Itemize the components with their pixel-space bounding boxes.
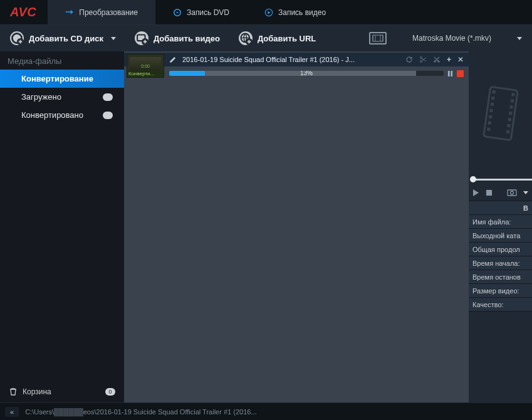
sidebar-item-label: Конвертирование: [21, 74, 93, 83]
sidebar-item-label: Загружено: [21, 92, 61, 102]
close-icon[interactable]: ✕: [457, 55, 464, 64]
crossed-scissors-icon[interactable]: [433, 56, 441, 63]
svg-rect-9: [373, 35, 383, 41]
button-label: Добавить CD диск: [29, 34, 103, 43]
count-badge: [103, 112, 113, 119]
svg-rect-29: [507, 124, 511, 128]
info-row-filename: Имя файла:: [469, 215, 532, 229]
play-button[interactable]: [472, 189, 479, 197]
tab-convert[interactable]: Преобразование: [48, 0, 155, 24]
button-label: Добавить URL: [258, 34, 316, 43]
plus-icon[interactable]: +: [447, 55, 451, 64]
disc-icon: [173, 8, 182, 17]
right-panel: В Имя файла: Выходной ката Общая продол …: [469, 51, 532, 402]
count-badge: [103, 93, 113, 101]
filmstrip-icon: [482, 85, 519, 142]
file-row[interactable]: 0:00 Конверти... 2016-01-19 Suicide Squa…: [124, 53, 469, 80]
output-format-selector[interactable]: Matroska Movie (*.mkv): [369, 32, 526, 45]
collapse-button[interactable]: «: [5, 407, 19, 417]
tab-record-video[interactable]: Запись видео: [247, 0, 343, 24]
file-thumbnail: 0:00 Конверти...: [127, 54, 164, 78]
svg-rect-31: [486, 189, 492, 195]
sidebar-item-label: Конвертировано: [21, 110, 83, 120]
svg-rect-27: [508, 112, 512, 115]
info-row-stop: Время останов: [469, 270, 532, 284]
trash-icon: [9, 387, 18, 396]
svg-rect-25: [510, 99, 514, 103]
play-circle-icon: [264, 8, 273, 17]
svg-rect-14: [448, 71, 450, 76]
preview-controls: [469, 184, 532, 201]
add-cd-button[interactable]: Добавить CD диск: [6, 29, 120, 48]
file-list-area: 0:00 Конверти... 2016-01-19 Suicide Squa…: [124, 51, 469, 402]
logo-text: AVC: [10, 5, 36, 19]
svg-rect-18: [491, 97, 494, 100]
info-row-start: Время начала:: [469, 256, 532, 270]
convert-icon: [65, 8, 74, 17]
svg-rect-23: [487, 127, 491, 131]
pause-button[interactable]: [447, 70, 453, 77]
stop-button[interactable]: [457, 70, 464, 77]
file-actions: + ✕: [405, 55, 464, 64]
file-header: 2016-01-19 Suicide Squad Official Traile…: [124, 53, 469, 66]
svg-rect-17: [492, 90, 496, 94]
info-row-duration: Общая продол: [469, 243, 532, 256]
svg-point-33: [511, 191, 514, 194]
progress-bar: 13%: [169, 71, 444, 76]
scissors-icon[interactable]: [419, 56, 427, 63]
status-path: C:\Users\██████eos\2016-01-19 Suicide Sq…: [25, 408, 256, 416]
preview-seek-slider[interactable]: [469, 176, 532, 184]
preview-area: [469, 51, 532, 176]
film-add-icon: [135, 31, 149, 45]
film-frame-icon: [369, 32, 387, 45]
svg-rect-21: [488, 115, 492, 118]
svg-rect-20: [489, 109, 493, 113]
chevron-down-icon: [111, 37, 116, 40]
sidebar: Медиа-файлы Конвертирование Загружено Ко…: [0, 51, 124, 402]
sidebar-item-downloaded[interactable]: Загружено: [0, 88, 124, 106]
tab-burn-dvd[interactable]: Запись DVD: [155, 0, 247, 24]
format-label: Matroska Movie (*.mkv): [393, 34, 511, 43]
pencil-icon[interactable]: [169, 56, 176, 63]
snapshot-button[interactable]: [507, 189, 517, 196]
info-row-quality: Качество:: [469, 298, 532, 312]
file-title: 2016-01-19 Suicide Squad Official Traile…: [182, 56, 400, 63]
svg-point-1: [177, 11, 179, 13]
trash-count-badge: 0: [105, 388, 115, 396]
add-url-button[interactable]: Добавить URL: [235, 29, 320, 48]
sidebar-trash[interactable]: Корзина 0: [0, 381, 124, 402]
thumb-status-label: Конверти...: [127, 70, 164, 77]
tab-label: Запись DVD: [187, 8, 229, 17]
svg-rect-28: [508, 118, 511, 122]
status-bar: « C:\Users\██████eos\2016-01-19 Suicide …: [0, 402, 532, 420]
info-row-output: Выходной ката: [469, 229, 532, 243]
svg-rect-22: [488, 121, 491, 125]
info-row-size: Размер видео:: [469, 284, 532, 298]
svg-rect-24: [511, 93, 515, 97]
svg-rect-19: [490, 103, 494, 107]
slider-knob[interactable]: [470, 176, 476, 182]
svg-rect-15: [451, 71, 452, 76]
main-area: Медиа-файлы Конвертирование Загружено Ко…: [0, 51, 532, 402]
sidebar-item-converted[interactable]: Конвертировано: [0, 106, 124, 124]
add-video-button[interactable]: Добавить видео: [131, 29, 224, 48]
chevron-down-icon: [517, 37, 522, 40]
main-toolbar: Добавить CD диск Добавить видео Добавить…: [0, 25, 532, 51]
sidebar-header: Медиа-файлы: [0, 51, 124, 70]
top-tabs-bar: AVC Преобразование Запись DVD Запись вид…: [0, 0, 532, 25]
tab-label: Запись видео: [278, 8, 326, 17]
app-logo: AVC: [0, 0, 48, 24]
chevron-down-icon[interactable]: [523, 191, 528, 194]
file-progress-row: 13%: [124, 66, 469, 80]
refresh-icon[interactable]: [405, 56, 413, 63]
disc-add-icon: [10, 31, 24, 45]
stop-preview-button[interactable]: [486, 189, 493, 196]
trash-label: Корзина: [23, 387, 51, 396]
tab-label: Преобразование: [79, 8, 138, 17]
button-label: Добавить видео: [154, 34, 220, 43]
svg-rect-30: [506, 130, 509, 134]
info-table: В Имя файла: Выходной ката Общая продол …: [469, 201, 532, 312]
sidebar-item-converting[interactable]: Конвертирование: [0, 70, 124, 88]
info-header: В: [469, 201, 532, 215]
progress-percent: 13%: [300, 71, 313, 76]
